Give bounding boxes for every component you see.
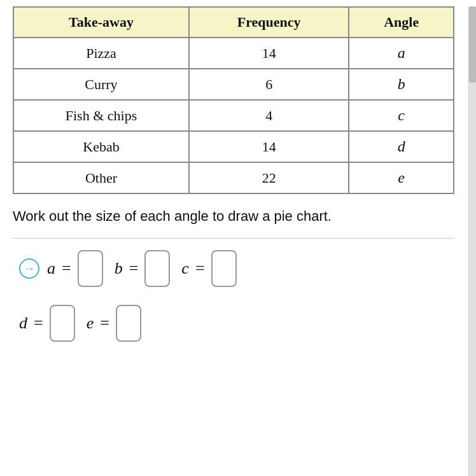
answer-section: → a = b = c = d =	[13, 250, 454, 342]
answer-group-c: c =	[181, 250, 236, 287]
var-b-label: b	[115, 259, 123, 278]
table-wrapper: Take-away Frequency Angle Pizza14aCurry6…	[13, 6, 454, 194]
divider	[13, 238, 454, 239]
table-row: Pizza14a	[13, 38, 454, 69]
col-header-angle: Angle	[349, 7, 454, 38]
cell-takeaway-2: Fish & chips	[13, 100, 189, 131]
answer-group-d: d =	[19, 305, 75, 342]
table-row: Fish & chips4c	[13, 100, 454, 131]
equals-e: =	[100, 314, 109, 333]
answer-group-b: b =	[115, 250, 171, 287]
scrollbar[interactable]	[468, 6, 476, 476]
cell-angle-0: a	[349, 38, 454, 69]
var-e-label: e	[87, 314, 94, 333]
cell-takeaway-0: Pizza	[13, 38, 189, 69]
answer-box-e[interactable]	[116, 305, 141, 342]
answer-group-a: → a =	[19, 250, 103, 287]
equals-c: =	[195, 259, 205, 278]
answer-row-1: → a = b = c =	[19, 250, 448, 287]
cell-frequency-4: 22	[189, 162, 349, 193]
instruction-text: Work out the size of each angle to draw …	[13, 206, 454, 227]
col-header-frequency: Frequency	[189, 7, 349, 38]
var-a-label: a	[47, 259, 55, 278]
cell-frequency-1: 6	[189, 69, 349, 100]
equals-a: =	[62, 259, 71, 278]
page-container: Take-away Frequency Angle Pizza14aCurry6…	[0, 6, 476, 379]
equals-d: =	[34, 314, 43, 333]
cell-takeaway-4: Other	[13, 162, 189, 193]
answer-box-a[interactable]	[78, 250, 103, 287]
cell-angle-1: b	[349, 69, 454, 100]
answer-group-e: e =	[87, 305, 141, 342]
answer-box-c[interactable]	[211, 250, 237, 287]
equals-b: =	[129, 259, 139, 278]
table-row: Curry6b	[13, 69, 454, 100]
answer-box-d[interactable]	[50, 305, 75, 342]
cell-angle-4: e	[349, 162, 454, 193]
answer-box-b[interactable]	[144, 250, 170, 287]
table-row: Kebab14d	[13, 131, 454, 162]
arrow-icon: →	[19, 258, 39, 279]
scrollbar-thumb[interactable]	[469, 6, 476, 83]
takeaway-table: Take-away Frequency Angle Pizza14aCurry6…	[13, 6, 454, 194]
cell-takeaway-3: Kebab	[13, 131, 189, 162]
var-d-label: d	[19, 314, 27, 333]
answer-row-2: d = e =	[19, 305, 448, 342]
cell-frequency-2: 4	[189, 100, 349, 131]
table-row: Other22e	[13, 162, 454, 193]
var-c-label: c	[181, 259, 189, 278]
col-header-takeaway: Take-away	[13, 7, 189, 38]
cell-angle-2: c	[349, 100, 454, 131]
cell-frequency-3: 14	[189, 131, 349, 162]
main-content: Take-away Frequency Angle Pizza14aCurry6…	[0, 6, 467, 379]
cell-angle-3: d	[349, 131, 454, 162]
cell-frequency-0: 14	[189, 38, 349, 69]
cell-takeaway-1: Curry	[13, 69, 189, 100]
